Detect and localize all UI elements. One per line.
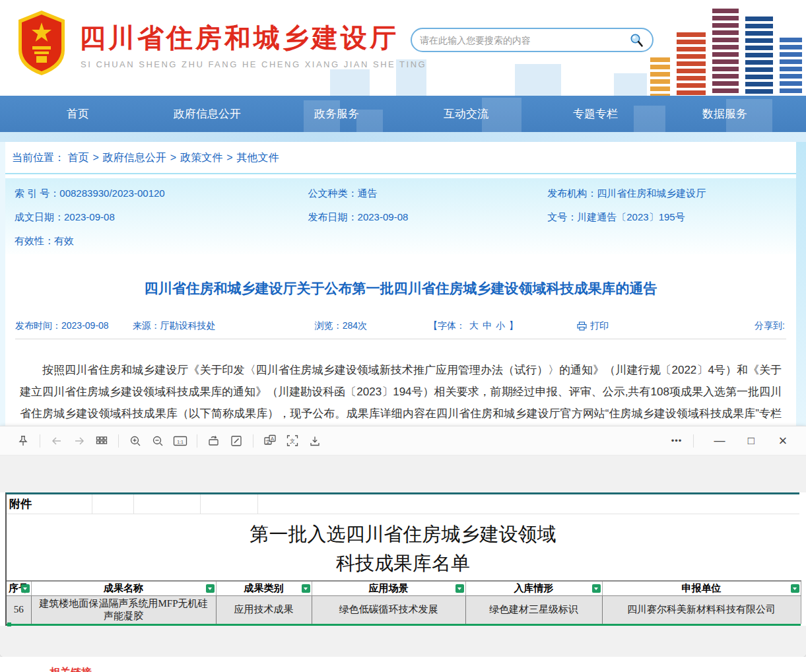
filter-dropdown-icon[interactable] <box>21 584 30 593</box>
maximize-icon[interactable]: □ <box>740 431 762 451</box>
download-icon[interactable] <box>304 431 326 451</box>
sky-strip-decoration <box>0 132 806 142</box>
filter-dropdown-icon[interactable] <box>592 584 601 593</box>
svg-text:文: 文 <box>290 438 295 444</box>
results-table: 序号 成果名称 成果类别 应用场景 入库情形 申报单位 56 建筑楼地面保温隔声… <box>7 580 801 624</box>
meta-written-date: 成文日期：2023-09-08 <box>15 211 308 224</box>
view-count: 浏览：284次 <box>315 320 367 332</box>
document-meta-box: 索 引 号：008283930/2023-00120 公文种类：通告 发布机构：… <box>5 178 796 254</box>
nav-item-gov-services[interactable]: 政务服务 <box>272 96 401 132</box>
attachment-viewer-window: 1:1 文 A <box>0 426 806 657</box>
search-box[interactable] <box>411 28 654 52</box>
spreadsheet-canvas: 附件 第一批入选四川省住房城乡建设领域 科技成果库名单 序号 成果名称 成果类别 <box>5 492 799 626</box>
back-icon[interactable] <box>46 431 68 451</box>
print-button[interactable]: 打印 <box>577 320 609 332</box>
national-emblem-logo <box>15 9 69 77</box>
header-application-scenario[interactable]: 应用场景 <box>312 581 465 595</box>
zoom-in-icon[interactable] <box>124 431 147 451</box>
article-meta-row: 发布时间：2023-09-08 来源：厅勘设科技处 浏览：284次 【字体：大中… <box>15 320 786 339</box>
font-size-small[interactable]: 小 <box>496 320 505 331</box>
empty-cell <box>92 494 134 514</box>
empty-cell <box>134 494 201 514</box>
font-size-large[interactable]: 大 <box>469 320 479 331</box>
actual-size-icon[interactable]: 1:1 <box>169 431 191 451</box>
minimize-icon[interactable]: — <box>708 431 731 451</box>
filter-dropdown-icon[interactable] <box>455 584 464 593</box>
breadcrumb-policy-docs[interactable]: 政策文件 <box>180 152 222 163</box>
viewer-toolbar: 1:1 文 A <box>0 426 806 455</box>
cell-serial[interactable]: 56 <box>7 595 31 624</box>
print-label: 打印 <box>590 320 609 332</box>
toolbar-divider <box>693 434 694 448</box>
filter-dropdown-icon[interactable] <box>302 584 310 593</box>
sheet-title-line2: 科技成果库名单 <box>7 549 799 578</box>
header-serial[interactable]: 序号 <box>7 581 31 595</box>
meta-validity: 有效性：有效 <box>15 235 308 248</box>
toolbar-divider <box>197 434 197 448</box>
share-label[interactable]: 分享到: <box>755 320 785 332</box>
meta-doc-number: 文号：川建通告〔2023〕195号 <box>547 211 787 224</box>
table-row: 56 建筑楼地面保温隔声系统用MFP无机硅声能凝胶 应用技术成果 绿色低碳循环技… <box>7 595 801 624</box>
attachment-label: 附件 <box>7 494 92 512</box>
article-title: 四川省住房和城乡建设厅关于公布第一批四川省住房城乡建设领域科技成果库的通告 <box>32 279 770 298</box>
page-background-left <box>0 142 5 426</box>
publish-time: 发布时间：2023-09-08 <box>15 320 109 332</box>
breadcrumb-separator: > <box>92 152 98 163</box>
font-label-open: 【字体： <box>428 320 465 331</box>
empty-cell <box>258 494 799 514</box>
search-icon[interactable] <box>628 32 644 48</box>
toolbar-divider <box>118 434 119 448</box>
filter-dropdown-icon[interactable] <box>206 584 215 593</box>
nav-item-special-topics[interactable]: 专题专栏 <box>531 96 660 132</box>
page-background-right <box>796 142 806 426</box>
site-title: 四川省住房和城乡建设厅 <box>79 20 399 56</box>
extract-text-icon[interactable]: 文 <box>281 431 304 451</box>
breadcrumb-home[interactable]: 首页 <box>67 152 88 163</box>
city-buildings-illustration <box>650 5 802 96</box>
header-inclusion-status[interactable]: 入库情形 <box>465 581 602 595</box>
building-red <box>677 32 706 96</box>
nav-item-info-disclosure[interactable]: 政府信息公开 <box>143 96 272 132</box>
nav-item-home[interactable]: 首页 <box>13 96 143 132</box>
breadcrumb-other-docs[interactable]: 其他文件 <box>236 152 279 163</box>
meta-publish-date: 发布日期：2023-09-08 <box>308 211 548 224</box>
header-applicant-unit[interactable]: 申报单位 <box>602 581 801 595</box>
table-header-row: 序号 成果名称 成果类别 应用场景 入库情形 申报单位 <box>7 581 801 595</box>
meta-doc-type: 公文种类：通告 <box>308 187 548 200</box>
zoom-out-icon[interactable] <box>147 431 169 451</box>
rotate-icon[interactable] <box>203 431 225 451</box>
cell-application-scenario[interactable]: 绿色低碳循环技术发展 <box>312 595 465 624</box>
empty-cell <box>201 494 258 514</box>
nav-item-data-services[interactable]: 数据服务 <box>660 96 789 132</box>
translate-icon[interactable]: 文 A <box>259 431 281 451</box>
related-links[interactable]: 相关链接 <box>50 666 806 672</box>
font-size-medium[interactable]: 中 <box>483 320 492 331</box>
cell-applicant-unit[interactable]: 四川赛尔科美新材料科技有限公司 <box>602 595 801 624</box>
svg-text:1:1: 1:1 <box>177 439 184 444</box>
filter-dropdown-icon[interactable] <box>791 584 799 593</box>
toolbar-divider <box>253 434 253 448</box>
font-label-close: 】 <box>509 320 518 331</box>
site-subtitle: SI CHUAN SHENG ZHU FANG HE CHENG XIANG J… <box>81 59 426 69</box>
more-options-icon[interactable]: ••• <box>665 431 688 451</box>
header-result-category[interactable]: 成果类别 <box>216 581 312 595</box>
fill-handle[interactable] <box>7 622 11 626</box>
cell-inclusion-status[interactable]: 绿色建材三星级标识 <box>465 595 602 624</box>
building-navy <box>745 17 773 96</box>
nav-item-interaction[interactable]: 互动交流 <box>401 96 531 132</box>
breadcrumb-separator: > <box>170 152 176 163</box>
close-icon[interactable]: × <box>772 431 794 451</box>
cell-result-category[interactable]: 应用技术成果 <box>216 595 312 624</box>
breadcrumb-separator: > <box>226 152 232 163</box>
edit-icon[interactable] <box>225 431 248 451</box>
search-input[interactable] <box>420 35 628 46</box>
header-result-name[interactable]: 成果名称 <box>31 581 216 595</box>
forward-icon[interactable] <box>68 431 90 451</box>
sheet-title: 第一批入选四川省住房城乡建设领域 科技成果库名单 <box>7 514 799 580</box>
cell-result-name[interactable]: 建筑楼地面保温隔声系统用MFP无机硅声能凝胶 <box>31 595 216 624</box>
toolbar-divider <box>40 434 40 448</box>
breadcrumb: 当前位置： 首页>政府信息公开>政策文件>其他文件 <box>5 142 796 174</box>
breadcrumb-info-disclosure[interactable]: 政府信息公开 <box>103 152 166 163</box>
pin-icon[interactable] <box>12 431 34 451</box>
thumbnails-icon[interactable] <box>90 431 113 451</box>
